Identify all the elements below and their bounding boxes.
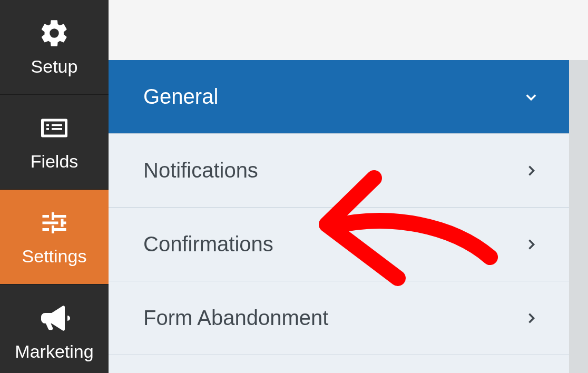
- sidebar-item-marketing[interactable]: Marketing: [0, 284, 109, 373]
- chevron-right-icon: [523, 236, 540, 253]
- chevron-down-icon: [523, 89, 540, 105]
- sliders-icon: [36, 207, 73, 239]
- gear-icon: [36, 17, 73, 49]
- settings-row-label: Form Abandonment: [143, 306, 328, 330]
- sidebar-item-setup[interactable]: Setup: [0, 0, 109, 95]
- sidebar-item-label: Marketing: [15, 341, 93, 362]
- settings-row-general[interactable]: General: [109, 60, 569, 134]
- main-content: General Notifications Confirmations: [109, 0, 588, 373]
- settings-row-form-abandonment[interactable]: Form Abandonment: [109, 281, 569, 355]
- settings-panel: General Notifications Confirmations: [109, 60, 569, 373]
- settings-row-label: General: [143, 85, 218, 109]
- sidebar-item-label: Setup: [31, 56, 78, 77]
- right-gutter: [569, 60, 588, 373]
- sidebar-item-fields[interactable]: Fields: [0, 95, 109, 190]
- list-icon: [36, 112, 73, 144]
- sidebar-item-settings[interactable]: Settings: [0, 190, 109, 284]
- sidebar-item-label: Fields: [31, 151, 79, 172]
- top-bar: [109, 0, 588, 60]
- settings-content: General Notifications Confirmations: [109, 60, 588, 373]
- chevron-right-icon: [523, 162, 540, 179]
- sidebar-item-label: Settings: [22, 246, 87, 267]
- chevron-right-icon: [523, 310, 540, 327]
- settings-row-label: Notifications: [143, 159, 258, 182]
- settings-row-notifications[interactable]: Notifications: [109, 134, 569, 208]
- settings-row-label: Confirmations: [143, 232, 273, 256]
- megaphone-icon: [36, 302, 73, 334]
- settings-row-confirmations[interactable]: Confirmations: [109, 208, 569, 281]
- sidebar: Setup Fields Settings Marketing: [0, 0, 109, 373]
